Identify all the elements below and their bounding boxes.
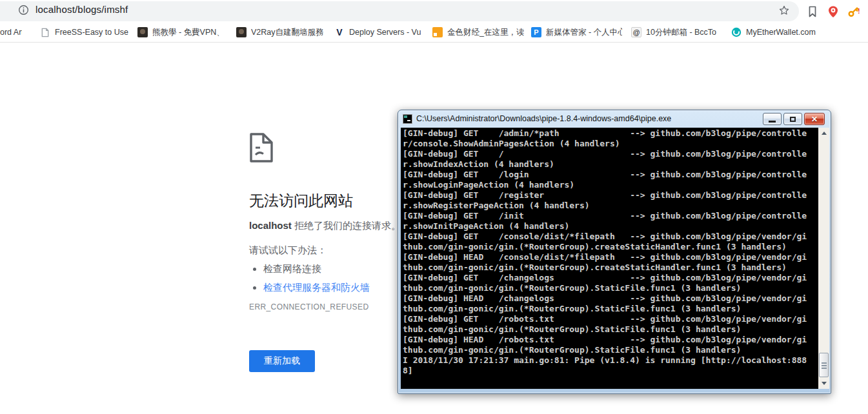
suggestion-list: 检查网络连接 检查代理服务器和防火墙 — [263, 259, 370, 297]
svg-text:!: ! — [858, 7, 860, 15]
close-icon: ✕ — [811, 115, 818, 124]
scroll-down-button[interactable] — [818, 378, 829, 389]
vultr-v-icon: V — [334, 27, 345, 37]
blue-p-icon: P — [531, 27, 541, 37]
console-scrollbar[interactable] — [818, 128, 829, 389]
avatar-icon — [236, 27, 247, 37]
scroll-up-icon — [822, 132, 827, 135]
console-title: C:\Users\Administrator\Downloads\pipe-1.… — [416, 114, 671, 123]
error-title: 无法访问此网站 — [249, 191, 353, 211]
suggestion-item: 检查代理服务器和防火墙 — [263, 278, 370, 297]
bookmark-label: ord Art — [0, 28, 22, 37]
error-host: localhost — [249, 220, 292, 231]
console-output: [GIN-debug] GET /admin/*path --> github.… — [401, 128, 829, 389]
close-button[interactable]: ✕ — [804, 113, 825, 125]
bookmarks-bar: ord Art FreeSS-Easy to Use 熊教學 - 免費VPN、 … — [0, 23, 868, 43]
bookmark-label: V2Ray自建翻墙服務 — [251, 27, 324, 38]
bookmark-item-jinse[interactable]: 金色财经_在这里，读 — [432, 23, 524, 42]
bookmark-label: FreeSS-Easy to Use — [55, 28, 128, 37]
key-extension-icon[interactable]: ! — [847, 5, 860, 18]
bookmark-item-media-manager[interactable]: P 新媒体管家 - 个人中心 — [531, 23, 622, 42]
console-window: C:\Users\Administrator\Downloads\pipe-1.… — [398, 110, 831, 394]
bookmark-item-vultr[interactable]: V Deploy Servers - Vu — [334, 23, 421, 42]
bookmark-label: 新媒体管家 - 个人中心 — [546, 27, 622, 38]
maximize-button[interactable] — [783, 113, 802, 125]
gold-square-icon — [432, 27, 443, 37]
location-pin-extension-icon[interactable] — [827, 5, 840, 18]
maximize-icon — [790, 117, 796, 122]
suggestion-heading: 请试试以下办法： — [249, 244, 327, 257]
minimize-icon — [769, 121, 776, 123]
url-text[interactable]: localhost/blogs/imshf — [35, 4, 128, 15]
console-titlebar[interactable]: C:\Users\Administrator\Downloads\pipe-1.… — [398, 110, 831, 128]
at-sign-icon: @ — [631, 27, 641, 37]
scroll-up-button[interactable] — [818, 128, 829, 139]
error-message: localhost 拒绝了我们的连接请求。 — [249, 220, 401, 232]
proxy-firewall-link[interactable]: 检查代理服务器和防火墙 — [263, 282, 370, 293]
bookmark-flag-icon[interactable] — [806, 5, 819, 18]
minimize-button[interactable] — [763, 113, 782, 125]
bookmark-label: 熊教學 - 免費VPN、 — [152, 27, 225, 38]
error-message-rest: 拒绝了我们的连接请求。 — [292, 220, 401, 231]
bookmark-label: 金色财经_在这里，读 — [447, 27, 524, 38]
cmd-icon — [403, 114, 412, 124]
bookmark-item-word-art[interactable]: ord Art — [0, 23, 22, 42]
teal-circle-icon — [731, 27, 742, 37]
bookmark-item-v2ray[interactable]: V2Ray自建翻墙服務 — [236, 23, 324, 42]
page-info-icon[interactable] — [18, 5, 29, 15]
reload-button[interactable]: 重新加载 — [249, 350, 315, 372]
bookmark-item-10min-mail[interactable]: @ 10分钟邮箱 - BccTo — [631, 23, 716, 42]
console-log: [GIN-debug] GET /admin/*path --> github.… — [401, 128, 807, 376]
sad-file-icon — [249, 132, 274, 163]
page-icon — [40, 28, 50, 37]
bookmark-label: 10分钟邮箱 - BccTo — [646, 27, 716, 38]
suggestion-text: 检查网络连接 — [263, 263, 321, 274]
avatar-icon — [137, 27, 148, 37]
bookmark-item-myetherwallet[interactable]: MyEtherWallet.com — [731, 23, 816, 42]
suggestion-item: 检查网络连接 — [263, 259, 370, 278]
bookmark-item-freess[interactable]: FreeSS-Easy to Use — [40, 23, 128, 42]
bookmark-label: Deploy Servers - Vu — [349, 28, 421, 37]
bookmark-star-icon[interactable] — [778, 5, 790, 16]
error-code: ERR_CONNECTION_REFUSED — [249, 302, 369, 311]
browser-toolbar: localhost/blogs/imshf ! — [0, 0, 868, 23]
scrollbar-thumb[interactable] — [819, 353, 829, 377]
bookmark-label: MyEtherWallet.com — [746, 28, 816, 37]
bookmark-item-bear-vpn[interactable]: 熊教學 - 免費VPN、 — [137, 23, 225, 42]
scroll-down-icon — [822, 382, 827, 385]
